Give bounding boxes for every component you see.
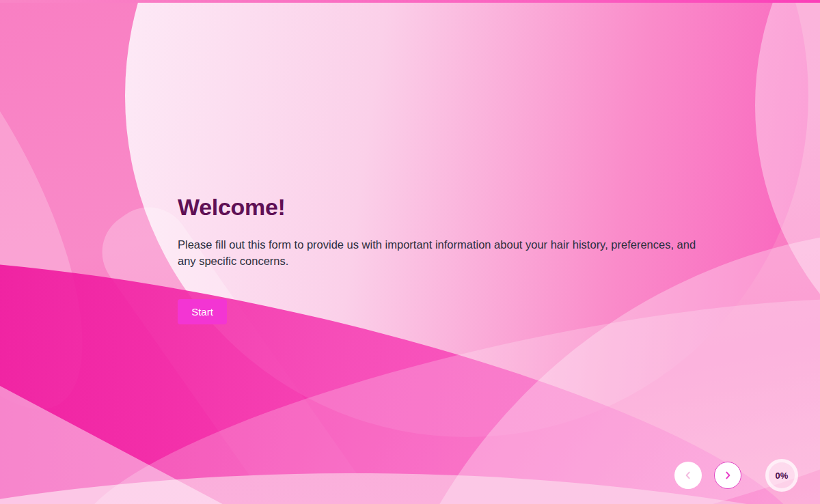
welcome-description: Please fill out this form to provide us … <box>178 237 697 269</box>
previous-page-button[interactable] <box>674 462 702 489</box>
form-card: Welcome! Please fill out this form to pr… <box>0 3 820 504</box>
pager-controls: 0% <box>674 459 798 492</box>
progress-value: 0% <box>776 471 789 481</box>
welcome-section: Welcome! Please fill out this form to pr… <box>178 194 711 324</box>
page-title: Welcome! <box>178 194 711 221</box>
next-page-button[interactable] <box>714 462 741 489</box>
chevron-right-icon <box>722 470 733 481</box>
chevron-left-icon <box>683 470 694 481</box>
progress-badge: 0% <box>765 459 798 492</box>
form-welcome-page: Welcome! Please fill out this form to pr… <box>0 0 820 504</box>
start-button[interactable]: Start <box>178 299 227 324</box>
